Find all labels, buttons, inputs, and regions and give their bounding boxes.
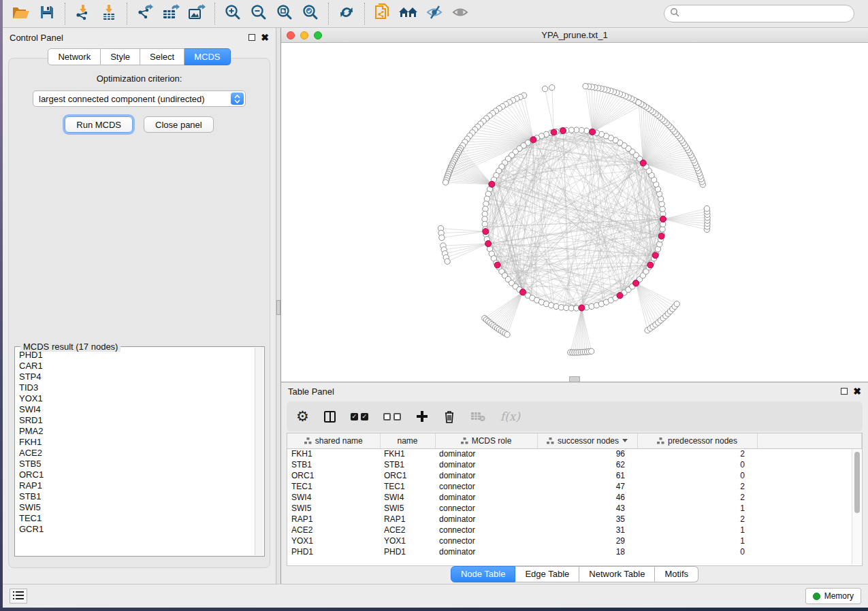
table-cell[interactable]: 0 <box>637 459 757 470</box>
table-row[interactable]: SWI4SWI4dominator462 <box>287 492 862 503</box>
table-scrollbar[interactable] <box>852 449 861 565</box>
tab-node-table[interactable]: Node Table <box>451 566 516 582</box>
table-cell[interactable]: 47 <box>537 481 637 492</box>
tab-select[interactable]: Select <box>140 48 184 65</box>
table-cell[interactable]: YOX1 <box>380 535 435 546</box>
export-image-button[interactable] <box>185 3 208 24</box>
mcds-result-item[interactable]: ACE2 <box>18 448 255 459</box>
table-cell[interactable]: YOX1 <box>287 535 380 546</box>
table-cell[interactable]: 1 <box>637 535 757 546</box>
table-scrollbar-thumb[interactable] <box>854 452 860 513</box>
table-cell[interactable]: SWI5 <box>380 503 435 514</box>
table-cell[interactable]: connector <box>435 525 537 535</box>
column-header-name[interactable]: name <box>380 433 435 448</box>
table-cell[interactable]: ACE2 <box>380 525 435 535</box>
table-cell[interactable]: dominator <box>435 546 537 557</box>
zoom-in-button[interactable] <box>221 3 244 24</box>
table-cell[interactable]: 29 <box>537 535 637 546</box>
export-table-button[interactable] <box>159 3 182 24</box>
mcds-result-item[interactable]: GCR1 <box>18 524 255 535</box>
mcds-result-item[interactable]: TID3 <box>18 382 255 393</box>
table-cell[interactable]: STB1 <box>380 459 435 470</box>
table-cell[interactable]: connector <box>435 481 537 492</box>
mcds-result-item[interactable]: SRD1 <box>18 415 255 426</box>
table-cell[interactable]: 2 <box>637 492 757 503</box>
show-graphics-button[interactable] <box>449 3 472 24</box>
tab-edge-table[interactable]: Edge Table <box>515 566 579 582</box>
table-cell[interactable]: SWI4 <box>380 492 435 503</box>
refresh-layout-button[interactable] <box>335 3 358 24</box>
float-table-panel-icon[interactable] <box>841 388 848 395</box>
table-cell[interactable]: 1 <box>637 525 757 535</box>
column-header-predecessor-nodes[interactable]: predecessor nodes <box>637 433 757 448</box>
add-column-icon[interactable] <box>416 410 428 423</box>
close-table-panel-icon[interactable]: ✖ <box>853 388 861 395</box>
table-cell[interactable]: SWI4 <box>287 492 380 503</box>
column-header-mcds-role[interactable]: MCDS role <box>435 433 537 448</box>
table-cell[interactable]: RAP1 <box>287 514 380 525</box>
tab-network-table[interactable]: Network Table <box>579 566 655 582</box>
task-history-button[interactable] <box>10 589 27 604</box>
mcds-result-item[interactable]: STP4 <box>18 371 255 382</box>
close-panel-button[interactable]: Close panel <box>144 116 214 133</box>
table-cell[interactable]: 96 <box>537 448 637 459</box>
table-cell[interactable]: 18 <box>537 546 637 557</box>
tab-motifs[interactable]: Motifs <box>655 566 698 582</box>
mcds-result-item[interactable]: TEC1 <box>18 513 255 524</box>
home-networks-button[interactable] <box>397 3 420 24</box>
tab-style[interactable]: Style <box>101 48 140 65</box>
table-cell[interactable]: PHD1 <box>287 546 380 557</box>
table-cell[interactable]: dominator <box>435 492 537 503</box>
hide-graphics-button[interactable] <box>423 3 446 24</box>
table-row[interactable]: SWI5SWI5connector431 <box>287 503 862 514</box>
mcds-result-item[interactable]: FKH1 <box>18 437 255 448</box>
tab-network[interactable]: Network <box>48 48 101 65</box>
table-cell[interactable]: 2 <box>637 448 757 459</box>
table-cell[interactable]: connector <box>435 535 537 546</box>
table-row[interactable]: YOX1YOX1connector291 <box>287 535 862 546</box>
mcds-result-item[interactable]: STB1 <box>18 491 255 502</box>
split-columns-icon[interactable] <box>324 411 336 423</box>
search-input[interactable] <box>684 9 848 18</box>
mcds-result-item[interactable]: ORC1 <box>18 469 255 480</box>
horizontal-splitter-grip[interactable] <box>569 376 580 382</box>
mcds-result-item[interactable]: PHD1 <box>18 350 255 361</box>
table-cell[interactable]: dominator <box>435 470 537 481</box>
mcds-result-item[interactable]: SWI4 <box>18 404 255 415</box>
table-cell[interactable]: 0 <box>637 470 757 481</box>
mcds-result-item[interactable]: SWI5 <box>18 502 255 513</box>
share-document-button[interactable] <box>371 3 394 24</box>
table-cell[interactable]: 62 <box>537 459 637 470</box>
vertical-splitter[interactable] <box>276 28 281 584</box>
mcds-result-scrollbar[interactable] <box>255 348 263 555</box>
table-cell[interactable]: ORC1 <box>380 470 435 481</box>
table-cell[interactable]: 35 <box>537 514 637 525</box>
network-canvas[interactable] <box>281 43 868 382</box>
save-session-button[interactable] <box>35 3 59 24</box>
float-panel-icon[interactable] <box>248 34 255 41</box>
table-cell[interactable]: dominator <box>435 514 537 525</box>
zoom-out-button[interactable] <box>247 3 270 24</box>
table-cell[interactable]: RAP1 <box>380 514 435 525</box>
close-panel-icon[interactable]: ✖ <box>261 34 269 41</box>
import-network-button[interactable] <box>71 3 95 24</box>
column-header-shared-name[interactable]: shared name <box>287 433 380 448</box>
table-row[interactable]: TEC1TEC1connector472 <box>287 481 862 492</box>
mcds-result-item[interactable]: YOX1 <box>18 393 255 404</box>
table-cell[interactable]: dominator <box>435 448 537 459</box>
mcds-result-item[interactable]: RAP1 <box>18 480 255 491</box>
table-cell[interactable]: ACE2 <box>287 525 380 535</box>
table-cell[interactable]: 2 <box>637 514 757 525</box>
table-cell[interactable]: ORC1 <box>287 470 380 481</box>
table-cell[interactable]: SWI5 <box>287 503 380 514</box>
table-cell[interactable]: 2 <box>637 481 757 492</box>
table-cell[interactable]: FKH1 <box>380 448 435 459</box>
mcds-result-item[interactable]: STB5 <box>18 459 255 469</box>
table-cell[interactable]: 46 <box>537 492 637 503</box>
mcds-result-item[interactable]: PMA2 <box>18 426 255 437</box>
tab-mcds[interactable]: MCDS <box>184 48 230 65</box>
table-cell[interactable]: TEC1 <box>287 481 380 492</box>
table-row[interactable]: STB1STB1dominator620 <box>287 459 862 470</box>
import-table-button[interactable] <box>97 3 120 24</box>
table-cell[interactable]: 1 <box>637 503 757 514</box>
